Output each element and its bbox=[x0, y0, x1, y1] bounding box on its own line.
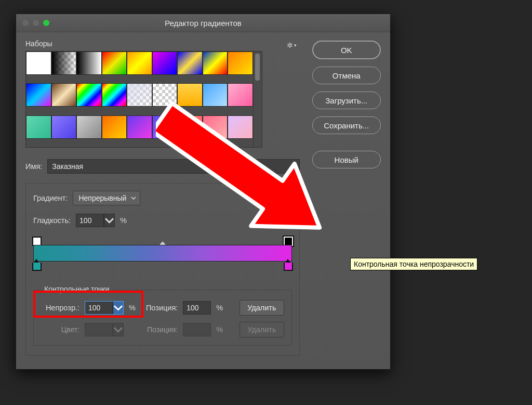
chevron-down-icon bbox=[112, 323, 123, 336]
color-swatch-input bbox=[85, 323, 124, 336]
color-label: Цвет: bbox=[41, 325, 79, 334]
preset-swatch[interactable] bbox=[76, 115, 102, 139]
preset-swatch[interactable] bbox=[127, 83, 152, 107]
preset-swatch[interactable] bbox=[76, 51, 102, 75]
chevron-down-icon bbox=[131, 195, 136, 201]
annotation-highlight bbox=[33, 291, 143, 318]
preset-swatch[interactable] bbox=[127, 115, 152, 139]
smoothness-value[interactable] bbox=[76, 216, 103, 225]
svg-marker-0 bbox=[156, 86, 341, 251]
preset-swatch[interactable] bbox=[152, 51, 178, 75]
smoothness-input[interactable] bbox=[76, 214, 115, 227]
ok-button[interactable]: OK bbox=[312, 41, 381, 59]
gradient-type-dropdown[interactable]: Непрерывный bbox=[73, 191, 140, 205]
chevron-down-icon[interactable] bbox=[103, 214, 114, 227]
preset-swatch[interactable] bbox=[76, 83, 102, 107]
preset-swatch[interactable] bbox=[127, 51, 152, 75]
annotation-arrow bbox=[156, 79, 384, 251]
delete-opacity-stop-button[interactable]: Удалить bbox=[240, 300, 284, 316]
opacity-position-input[interactable] bbox=[183, 301, 211, 315]
opacity-position-value[interactable] bbox=[183, 304, 210, 312]
titlebar[interactable]: Редактор градиентов bbox=[16, 14, 390, 32]
preset-swatch[interactable] bbox=[102, 51, 127, 75]
scrollbar-thumb[interactable] bbox=[255, 54, 260, 81]
preset-swatch[interactable] bbox=[102, 115, 127, 139]
window-title: Редактор градиентов bbox=[16, 19, 390, 28]
gear-icon: ✲ bbox=[287, 41, 293, 49]
preset-swatch[interactable] bbox=[177, 51, 203, 75]
presets-menu-button[interactable]: ✲ ▾ bbox=[287, 41, 297, 49]
preset-swatch[interactable] bbox=[228, 51, 253, 75]
preset-swatch[interactable] bbox=[51, 51, 77, 75]
preset-swatch[interactable] bbox=[26, 83, 51, 107]
tooltip: Контрольная точка непрозрачности bbox=[350, 258, 477, 270]
color-position-label: Позиция: bbox=[147, 325, 178, 334]
gradient-type-label: Градиент: bbox=[33, 194, 68, 202]
preset-swatch[interactable] bbox=[51, 83, 77, 107]
name-label: Имя: bbox=[25, 162, 42, 171]
opacity-position-unit: % bbox=[216, 304, 223, 312]
color-position-unit: % bbox=[216, 325, 223, 334]
preset-swatch[interactable] bbox=[51, 115, 77, 139]
gradient-type-value: Непрерывный bbox=[78, 194, 126, 202]
presets-label: Наборы bbox=[25, 40, 52, 48]
color-stop-left[interactable] bbox=[32, 263, 42, 271]
color-stop-right[interactable] bbox=[284, 263, 293, 271]
color-position-input bbox=[183, 323, 211, 336]
preset-swatch[interactable] bbox=[26, 51, 51, 75]
chevron-down-icon: ▾ bbox=[294, 43, 297, 48]
opacity-position-label: Позиция: bbox=[146, 304, 178, 312]
smoothness-label: Гладкость: bbox=[33, 216, 71, 225]
smoothness-unit: % bbox=[120, 216, 127, 225]
preset-swatch[interactable] bbox=[203, 51, 228, 75]
preset-swatch[interactable] bbox=[26, 115, 51, 139]
color-position-value bbox=[183, 325, 210, 334]
preset-swatch[interactable] bbox=[102, 83, 127, 107]
delete-color-stop-button: Удалить bbox=[240, 322, 284, 337]
color-value bbox=[85, 325, 112, 334]
